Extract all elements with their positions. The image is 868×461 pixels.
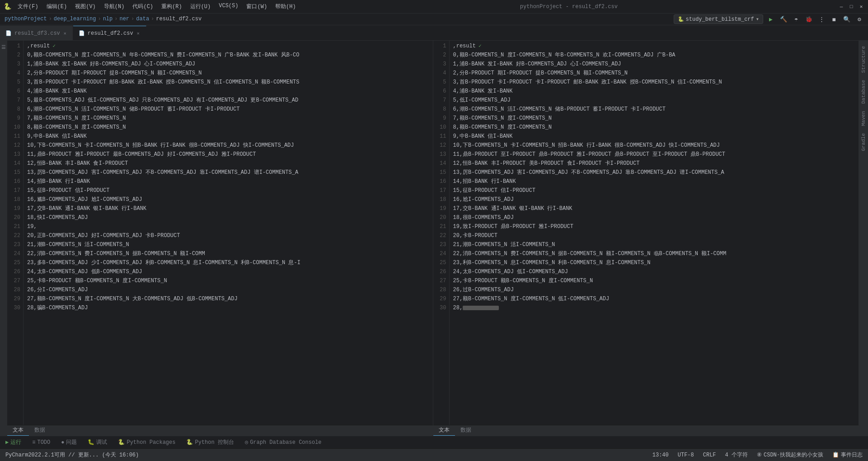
- menu-edit[interactable]: 编辑(E): [43, 2, 71, 11]
- menu-code[interactable]: 代码(C): [129, 2, 157, 11]
- list-item: 25,卡B-PRODUCT 额B-COMMENTS_N 度I-COMMENTS_…: [27, 276, 429, 285]
- list-item: 14,招B-BANK 行I-BANK: [453, 177, 855, 186]
- list-item: 12,恒B-BANK 丰I-PRODUCT 美B-PRODUCT 食I-PROD…: [453, 159, 855, 168]
- breadcrumb-data[interactable]: data: [136, 16, 149, 22]
- list-item: 7,额B-COMMENTS_N 度I-COMMENTS_N: [27, 114, 429, 123]
- right-tab-text[interactable]: 文本: [433, 425, 455, 436]
- python-version-label: PyCharm2022.2.1可用 // 更新... (今天 16:06): [5, 451, 139, 459]
- debug-button[interactable]: 🐞: [804, 14, 814, 24]
- close-button[interactable]: ✕: [858, 4, 864, 10]
- content-area: ☰ 12345 678910 1112131415 1617181920 212…: [0, 41, 868, 436]
- settings-button[interactable]: ⚙: [854, 14, 864, 24]
- menu-run[interactable]: 运行(U): [187, 2, 215, 11]
- list-item: 25,卡B-PRODUCT 额B-COMMENTS_N 度I-COMMENTS_…: [453, 276, 855, 285]
- graph-db-btn[interactable]: ◎ Graph Database Console: [243, 438, 324, 447]
- run-config-chevron: ▾: [756, 16, 759, 23]
- list-item: 23,多B-COMMENTS_ADJ 少I-COMMENTS_ADJ 利B-CO…: [27, 258, 429, 267]
- debug-toolbar-btn[interactable]: 🐛 调试: [86, 438, 109, 447]
- build-button[interactable]: 🔨: [779, 14, 788, 24]
- tab-result-df3-label: result_df3.csv: [14, 30, 60, 37]
- stop-button[interactable]: ◼: [829, 14, 839, 24]
- todo-toolbar-btn[interactable]: ≡ TODO: [30, 438, 52, 447]
- breadcrumb-ner[interactable]: ner: [119, 16, 129, 22]
- debug-icon: 🐛: [88, 439, 94, 446]
- breadcrumb-project[interactable]: pythonProject: [5, 16, 47, 22]
- problems-icon: ●: [61, 439, 64, 446]
- list-item: 24,太B-COMMENTS_ADJ 低B-COMMENTS_ADJ: [27, 267, 429, 276]
- left-tab-data[interactable]: 数据: [29, 425, 51, 436]
- python-packages-btn[interactable]: 🐍 Python Packages: [116, 438, 177, 447]
- minimize-button[interactable]: —: [838, 4, 845, 10]
- tab-result-df3-close[interactable]: ✕: [63, 30, 67, 37]
- list-item: 26,分I-COMMENTS_ADJ: [27, 285, 429, 294]
- tab-result-df2-label: result_df2.csv: [88, 30, 133, 37]
- status-encoding[interactable]: UTF-8: [676, 451, 696, 459]
- status-column-info: 4 个字符: [723, 450, 750, 460]
- list-item: 4,浦B-BANK 发I-BANK: [27, 87, 429, 96]
- list-item: 15,征B-PRODUCT 信I-PRODUCT: [27, 186, 429, 195]
- tab-result-df3[interactable]: 📄 result_df3.csv ✕: [0, 26, 73, 40]
- list-item: 26,过B-COMMENTS_ADJ: [453, 285, 855, 294]
- breadcrumb: pythonProject › deep_learning › nlp › ne…: [0, 14, 670, 25]
- run-toolbar-btn[interactable]: ▶ ▶ 运行 运行: [4, 438, 23, 447]
- list-item: 17,交B-BANK 通I-BANK 银I-BANK 行I-BANK: [27, 204, 429, 213]
- right-bottom-tabs: 文本 数据: [433, 425, 859, 436]
- breadcrumb-deep[interactable]: deep_learning: [54, 16, 96, 22]
- list-item: ,result✓: [453, 42, 855, 51]
- menu-navigate[interactable]: 导航(N): [100, 2, 128, 11]
- coverage-button[interactable]: ☂: [791, 14, 801, 24]
- sidebar-toggle[interactable]: ☰: [1, 44, 6, 50]
- list-item: 5,低I-COMMENTS_ADJ: [453, 96, 855, 105]
- menu-vcs[interactable]: VCS(S): [215, 2, 242, 11]
- breadcrumb-file: result_df2.csv: [156, 16, 202, 22]
- list-item: ,result✓: [27, 42, 429, 51]
- menu-help[interactable]: 帮助(H): [272, 2, 300, 11]
- tab-result-df2[interactable]: 📄 result_df2.csv ✕: [73, 26, 146, 40]
- menu-bar: 文件(F) 编辑(E) 视图(V) 导航(N) 代码(C) 重构(R) 运行(U…: [14, 2, 300, 11]
- list-item: 28,: [453, 303, 855, 312]
- problems-toolbar-btn[interactable]: ● 问题: [59, 438, 79, 447]
- list-item: 3,首B-PRODUCT 卡I-PRODUCT 邮B-BANK 政I-BANK …: [27, 78, 429, 87]
- menu-window[interactable]: 窗口(W): [243, 2, 271, 11]
- panel-database[interactable]: Database: [860, 78, 867, 106]
- right-code-content: ,result✓ 0,额B-COMMENTS_N 度I-COMMENTS_N 年…: [450, 41, 859, 425]
- list-item: 2,分B-PRODUCT 期I-PRODUCT 提B-COMMENTS_N 额I…: [27, 69, 429, 78]
- tab-result-df2-close[interactable]: ✕: [136, 30, 141, 37]
- list-item: 12,恒B-BANK 丰I-BANK 食I-PRODUCT: [27, 159, 429, 168]
- status-right: 13:40 UTF-8 CRLF 4 个字符 ⑧ CSDN·扶我起来的小女孩 📋…: [651, 450, 864, 460]
- breadcrumb-nlp[interactable]: nlp: [103, 16, 113, 22]
- list-item: 9,中B-BANK 信I-BANK: [453, 132, 855, 141]
- panel-maven[interactable]: Maven: [860, 109, 867, 128]
- status-python-version[interactable]: PyCharm2022.2.1可用 // 更新... (今天 16:06): [4, 450, 141, 460]
- panel-gradle[interactable]: Gradle: [860, 131, 867, 153]
- list-item: 6,潮B-COMMENTS_N 活I-COMMENTS_N 储B-PRODUCT…: [27, 105, 429, 114]
- list-item: 13,厉B-COMMENTS_ADJ 害I-COMMENTS_ADJ 不B-CO…: [27, 168, 429, 177]
- list-item: 15,征B-PRODUCT 信I-PRODUCT: [453, 186, 855, 195]
- right-code-area: 12345 678910 1112131415 1617181920 21222…: [433, 41, 859, 425]
- python-console-icon: 🐍: [186, 439, 193, 446]
- list-item: 18,很B-COMMENTS_ADJ: [453, 213, 855, 222]
- menu-view[interactable]: 视图(V): [71, 2, 99, 11]
- menu-refactor[interactable]: 重构(R): [158, 2, 186, 11]
- right-tab-data[interactable]: 数据: [455, 425, 477, 436]
- event-log-icon: 📋: [832, 452, 839, 458]
- more-actions[interactable]: ⋮: [816, 14, 826, 24]
- list-item: 28,骗B-COMMENTS_ADJ: [27, 303, 429, 312]
- maximize-button[interactable]: □: [848, 4, 854, 10]
- list-item: 10,下B-COMMENTS_N 卡I-COMMENTS_N 招B-BANK 行…: [453, 141, 855, 150]
- list-item: 20,卡B-PRODUCT: [453, 231, 855, 240]
- panel-structure[interactable]: Structure: [860, 44, 867, 75]
- status-time: 13:40: [651, 451, 671, 459]
- python-console-btn[interactable]: 🐍 Python 控制台: [184, 438, 235, 447]
- menu-file[interactable]: 文件(F): [14, 2, 42, 11]
- status-line-ending[interactable]: CRLF: [701, 451, 718, 459]
- list-item: 1,浦B-BANK 发I-BANK 好B-COMMENTS_ADJ 心I-COM…: [27, 60, 429, 69]
- list-item: 0,额B-COMMENTS_N 度I-COMMENTS_N 年B-COMMENT…: [27, 51, 429, 60]
- status-event-log[interactable]: 📋 事件日志: [830, 450, 864, 460]
- run-button[interactable]: ▶: [766, 14, 776, 24]
- list-item: 9,中B-BANK 信I-BANK: [27, 132, 429, 141]
- run-configuration[interactable]: 🐍 study_bert_bilstm_crf ▾: [674, 14, 763, 24]
- status-branch[interactable]: ⑧ CSDN·扶我起来的小女孩: [755, 450, 825, 460]
- left-tab-text[interactable]: 文本: [7, 425, 29, 436]
- search-button[interactable]: 🔍: [842, 14, 852, 24]
